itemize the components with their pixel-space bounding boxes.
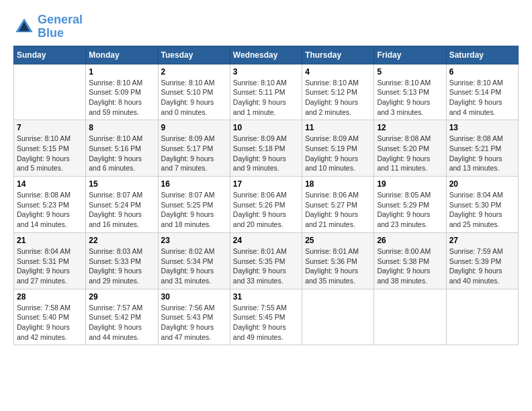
day-number: 17	[233, 179, 299, 189]
day-number: 29	[89, 292, 154, 302]
day-number: 10	[233, 123, 299, 132]
weekday-header-tuesday: Tuesday	[158, 46, 230, 64]
day-info: Sunrise: 8:10 AMSunset: 5:09 PMDaylight:…	[89, 78, 154, 118]
calendar-cell: 25 Sunrise: 8:01 AMSunset: 5:36 PMDaylig…	[302, 232, 374, 289]
day-info: Sunrise: 8:08 AMSunset: 5:20 PMDaylight:…	[377, 134, 443, 173]
day-info: Sunrise: 8:09 AMSunset: 5:17 PMDaylight:…	[161, 134, 227, 173]
calendar-cell: 9 Sunrise: 8:09 AMSunset: 5:17 PMDayligh…	[158, 120, 230, 177]
calendar-cell: 29 Sunrise: 7:57 AMSunset: 5:42 PMDaylig…	[86, 289, 158, 345]
calendar-cell: 3 Sunrise: 8:10 AMSunset: 5:11 PMDayligh…	[230, 64, 302, 120]
day-info: Sunrise: 8:01 AMSunset: 5:36 PMDaylight:…	[305, 246, 371, 286]
day-number: 16	[161, 179, 227, 189]
calendar-cell: 26 Sunrise: 8:00 AMSunset: 5:38 PMDaylig…	[374, 232, 446, 289]
calendar-cell: 5 Sunrise: 8:10 AMSunset: 5:13 PMDayligh…	[374, 64, 446, 120]
weekday-header-wednesday: Wednesday	[230, 46, 302, 64]
calendar-cell: 28 Sunrise: 7:58 AMSunset: 5:40 PMDaylig…	[14, 289, 86, 345]
day-number: 30	[161, 292, 227, 302]
calendar-cell: 20 Sunrise: 8:04 AMSunset: 5:30 PMDaylig…	[446, 177, 518, 233]
day-info: Sunrise: 8:07 AMSunset: 5:25 PMDaylight:…	[161, 190, 227, 230]
calendar-cell: 12 Sunrise: 8:08 AMSunset: 5:20 PMDaylig…	[374, 120, 446, 177]
weekday-header-sunday: Sunday	[14, 46, 86, 64]
calendar-cell	[302, 289, 374, 345]
calendar-cell	[14, 64, 86, 120]
day-number: 27	[449, 236, 515, 245]
day-info: Sunrise: 8:10 AMSunset: 5:15 PMDaylight:…	[17, 134, 83, 173]
day-number: 9	[161, 123, 227, 132]
calendar-cell: 14 Sunrise: 8:08 AMSunset: 5:23 PMDaylig…	[14, 177, 86, 233]
day-number: 25	[305, 236, 371, 245]
calendar-cell: 1 Sunrise: 8:10 AMSunset: 5:09 PMDayligh…	[86, 64, 158, 120]
day-info: Sunrise: 7:57 AMSunset: 5:42 PMDaylight:…	[89, 303, 154, 342]
day-info: Sunrise: 8:10 AMSunset: 5:10 PMDaylight:…	[161, 78, 227, 118]
weekday-header-monday: Monday	[86, 46, 158, 64]
day-number: 22	[89, 236, 154, 245]
day-info: Sunrise: 7:59 AMSunset: 5:39 PMDaylight:…	[449, 246, 515, 286]
day-info: Sunrise: 8:10 AMSunset: 5:16 PMDaylight:…	[89, 134, 154, 173]
day-info: Sunrise: 8:08 AMSunset: 5:23 PMDaylight:…	[17, 190, 83, 230]
calendar-cell: 19 Sunrise: 8:05 AMSunset: 5:29 PMDaylig…	[374, 177, 446, 233]
day-info: Sunrise: 8:09 AMSunset: 5:18 PMDaylight:…	[233, 134, 299, 173]
logo: General Blue	[13, 13, 83, 40]
calendar-cell: 4 Sunrise: 8:10 AMSunset: 5:12 PMDayligh…	[302, 64, 374, 120]
logo-text: General Blue	[38, 13, 83, 40]
calendar-cell: 11 Sunrise: 8:09 AMSunset: 5:19 PMDaylig…	[302, 120, 374, 177]
day-number: 31	[233, 292, 299, 302]
calendar-cell: 8 Sunrise: 8:10 AMSunset: 5:16 PMDayligh…	[86, 120, 158, 177]
calendar-cell: 2 Sunrise: 8:10 AMSunset: 5:10 PMDayligh…	[158, 64, 230, 120]
day-info: Sunrise: 7:56 AMSunset: 5:43 PMDaylight:…	[161, 303, 227, 342]
day-info: Sunrise: 8:01 AMSunset: 5:35 PMDaylight:…	[233, 246, 299, 286]
calendar-cell: 24 Sunrise: 8:01 AMSunset: 5:35 PMDaylig…	[230, 232, 302, 289]
calendar-cell: 7 Sunrise: 8:10 AMSunset: 5:15 PMDayligh…	[14, 120, 86, 177]
day-info: Sunrise: 8:05 AMSunset: 5:29 PMDaylight:…	[377, 190, 443, 230]
weekday-header-thursday: Thursday	[302, 46, 374, 64]
day-info: Sunrise: 8:06 AMSunset: 5:27 PMDaylight:…	[305, 190, 371, 230]
calendar-cell: 13 Sunrise: 8:08 AMSunset: 5:21 PMDaylig…	[446, 120, 518, 177]
page-header: General Blue	[13, 13, 519, 40]
day-info: Sunrise: 8:04 AMSunset: 5:31 PMDaylight:…	[17, 246, 83, 286]
weekday-header-friday: Friday	[374, 46, 446, 64]
day-number: 14	[17, 179, 83, 189]
day-number: 21	[17, 236, 83, 245]
calendar-cell: 15 Sunrise: 8:07 AMSunset: 5:24 PMDaylig…	[86, 177, 158, 233]
day-number: 1	[89, 67, 154, 77]
day-number: 8	[89, 123, 154, 132]
day-number: 7	[17, 123, 83, 132]
day-info: Sunrise: 8:07 AMSunset: 5:24 PMDaylight:…	[89, 190, 154, 230]
day-info: Sunrise: 8:06 AMSunset: 5:26 PMDaylight:…	[233, 190, 299, 230]
calendar-cell: 10 Sunrise: 8:09 AMSunset: 5:18 PMDaylig…	[230, 120, 302, 177]
calendar-cell: 23 Sunrise: 8:02 AMSunset: 5:34 PMDaylig…	[158, 232, 230, 289]
day-number: 15	[89, 179, 154, 189]
day-number: 5	[377, 67, 443, 77]
calendar-cell: 16 Sunrise: 8:07 AMSunset: 5:25 PMDaylig…	[158, 177, 230, 233]
calendar-cell: 31 Sunrise: 7:55 AMSunset: 5:45 PMDaylig…	[230, 289, 302, 345]
day-info: Sunrise: 8:10 AMSunset: 5:14 PMDaylight:…	[449, 78, 515, 118]
day-number: 18	[305, 179, 371, 189]
day-info: Sunrise: 8:10 AMSunset: 5:12 PMDaylight:…	[305, 78, 371, 118]
day-number: 19	[377, 179, 443, 189]
day-number: 26	[377, 236, 443, 245]
day-number: 13	[449, 123, 515, 132]
calendar-cell: 22 Sunrise: 8:03 AMSunset: 5:33 PMDaylig…	[86, 232, 158, 289]
day-info: Sunrise: 8:10 AMSunset: 5:13 PMDaylight:…	[377, 78, 443, 118]
day-number: 24	[233, 236, 299, 245]
calendar-cell: 27 Sunrise: 7:59 AMSunset: 5:39 PMDaylig…	[446, 232, 518, 289]
day-info: Sunrise: 8:10 AMSunset: 5:11 PMDaylight:…	[233, 78, 299, 118]
day-number: 6	[449, 67, 515, 77]
day-info: Sunrise: 8:03 AMSunset: 5:33 PMDaylight:…	[89, 246, 154, 286]
calendar-cell: 30 Sunrise: 7:56 AMSunset: 5:43 PMDaylig…	[158, 289, 230, 345]
day-number: 12	[377, 123, 443, 132]
day-info: Sunrise: 7:55 AMSunset: 5:45 PMDaylight:…	[233, 303, 299, 342]
day-number: 3	[233, 67, 299, 77]
day-number: 28	[17, 292, 83, 302]
day-number: 2	[161, 67, 227, 77]
calendar-cell: 21 Sunrise: 8:04 AMSunset: 5:31 PMDaylig…	[14, 232, 86, 289]
day-info: Sunrise: 7:58 AMSunset: 5:40 PMDaylight:…	[17, 303, 83, 342]
day-number: 23	[161, 236, 227, 245]
calendar-cell: 18 Sunrise: 8:06 AMSunset: 5:27 PMDaylig…	[302, 177, 374, 233]
calendar-cell: 6 Sunrise: 8:10 AMSunset: 5:14 PMDayligh…	[446, 64, 518, 120]
day-number: 4	[305, 67, 371, 77]
day-info: Sunrise: 8:08 AMSunset: 5:21 PMDaylight:…	[449, 134, 515, 173]
day-info: Sunrise: 8:09 AMSunset: 5:19 PMDaylight:…	[305, 134, 371, 173]
weekday-header-saturday: Saturday	[446, 46, 518, 64]
day-info: Sunrise: 8:00 AMSunset: 5:38 PMDaylight:…	[377, 246, 443, 286]
